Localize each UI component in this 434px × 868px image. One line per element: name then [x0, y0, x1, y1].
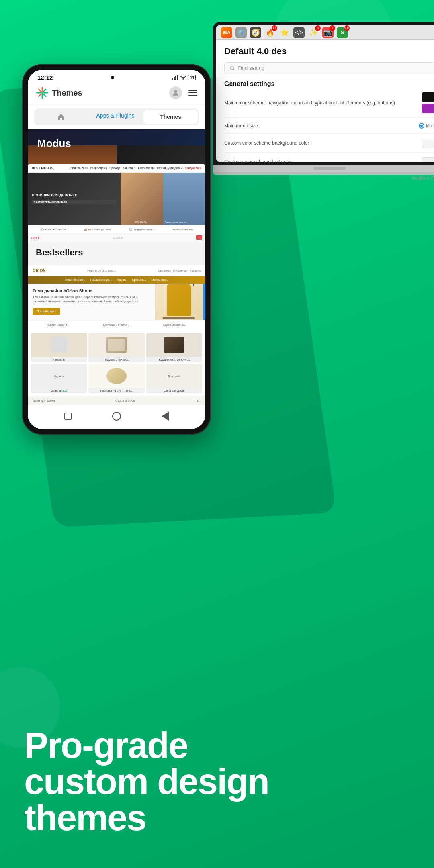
mini-features-bar: 🛒 Свыше 500 товаров 🚚 Бесплатная доставк…	[28, 225, 205, 233]
product-name: Подушки на стул 40×40...	[146, 357, 202, 362]
header-right	[169, 86, 197, 99]
nav-button-back[interactable]	[63, 411, 73, 421]
settings-label-menu-size: Main menu size	[224, 123, 416, 129]
orion-content-text: Тема дизайна «Orion Shop» Тема дизайна «…	[28, 284, 155, 320]
settings-label-color-scheme: Main color scheme: navigation menu and t…	[224, 100, 419, 106]
list-item[interactable]: Подушки на стул 40×40...	[146, 333, 202, 362]
bestsellers-label: Bestsellers	[28, 242, 205, 262]
theme-card-modus: Modus BEST MODUS	[28, 129, 205, 242]
nav-button-home[interactable]	[112, 411, 121, 421]
modus-header-image: Modus BEST MODUS	[28, 129, 205, 242]
menubar-icon-dollar-wrapper: S 431	[337, 27, 348, 38]
menubar-icon-code[interactable]: </>	[293, 27, 305, 38]
settings-row-text-color: Custom color scheme text color	[224, 157, 434, 162]
nav-triangle-icon	[162, 412, 169, 421]
list-item[interactable]: Текстиль	[31, 333, 87, 362]
tab-apps[interactable]: Apps & Plugins	[88, 108, 143, 125]
laptop-menubar: WA ⚙️ 🧭 🔥 11 ⭐ </> ✨ 6 📷 1 S	[216, 25, 434, 40]
svg-rect-4	[175, 76, 176, 80]
laptop-search-bar[interactable]: Find setting	[224, 62, 434, 74]
list-item[interactable]: Подушка на стул Trellis...	[88, 364, 144, 393]
settings-row-color-scheme: Main color scheme: navigation menu and t…	[224, 92, 434, 118]
orion-footer-discounts: Скидки и акции ▸	[47, 323, 70, 327]
hamburger-menu[interactable]	[188, 90, 197, 96]
orion-cta-button[interactable]: Попробовать	[33, 308, 60, 315]
status-time: 12:12	[37, 74, 53, 81]
color-swatch-black[interactable]	[422, 92, 434, 102]
menubar-icon-sparkle-wrapper: ✨ 6	[308, 27, 319, 38]
orion-title: Тема дизайна «Orion Shop»	[33, 288, 150, 293]
mini-hero-right: ДЛЯ МАЛЬ... Демонстрация одежды с...	[121, 173, 205, 225]
mini-nav-items: Новинки 2020 Распродажа Одежда Кашемир А…	[69, 167, 201, 170]
product-name: Подушка на стул Trellis...	[88, 388, 144, 393]
list-item[interactable]: Подушки 140×200...	[88, 333, 144, 362]
svg-line-12	[43, 94, 46, 96]
product-name: Дача для дома	[146, 388, 202, 393]
headline-line2: custom design	[24, 764, 269, 800]
mini-hero-text: НОВИНКИ ДЛЯ ДЕВОЧЕК	[32, 193, 117, 198]
laptop-screen-wrapper: WA ⚙️ 🧭 🔥 11 ⭐ </> ✨ 6 📷 1 S	[213, 22, 434, 165]
orion-nav: ORION Найти со 5 слова... Сравнить Избра…	[28, 265, 205, 276]
app-name: Themes	[52, 88, 82, 98]
dollar-badge: 431	[344, 25, 350, 31]
svg-line-11	[39, 89, 41, 92]
svg-point-0	[230, 66, 234, 69]
phone-bottom-bar	[28, 405, 205, 429]
orion-logo: ORION	[33, 268, 46, 273]
settings-row-bg-color: Custom color scheme background color	[224, 139, 434, 153]
status-icons: 44	[172, 75, 196, 80]
phone-content: Modus BEST MODUS	[28, 129, 205, 405]
orion-description: Тема дизайна «Orion Shop» для Shoptter п…	[33, 295, 150, 304]
orion-side-bar	[203, 284, 205, 320]
mini-hero-cta: ПОСМОТРЕТЬ КОЛЛЕКЦИЮ	[32, 200, 117, 204]
headline-line1: Pro-grade	[24, 727, 269, 764]
menubar-icon-wa: WA	[221, 27, 232, 38]
settings-label-text-color: Custom color scheme text color	[224, 159, 419, 162]
phone-statusbar: 12:12	[28, 70, 205, 83]
radio-selected[interactable]	[419, 123, 424, 129]
product-name: Текстиль	[31, 357, 87, 362]
menubar-icon-compass[interactable]: 🧭	[250, 27, 261, 38]
menubar-icon-fire-wrapper: 🔥 11	[264, 27, 276, 38]
avatar[interactable]	[169, 86, 182, 99]
svg-rect-2	[172, 78, 173, 80]
status-camera	[111, 76, 114, 79]
laptop-title: Default 4.0 des	[224, 46, 434, 57]
orion-footer-address: Адрес магазина ▸	[163, 323, 186, 327]
laptop-bottom	[213, 172, 434, 175]
color-swatch-light2[interactable]	[422, 157, 434, 162]
list-item[interactable]: Одеяла Одеяла NEW	[31, 364, 87, 393]
svg-rect-3	[174, 77, 175, 80]
svg-point-15	[174, 90, 177, 93]
menubar-icon-star[interactable]: ⭐	[279, 27, 290, 38]
product-more-row: Дачи для дома Сад и огород П...	[28, 396, 205, 405]
mini-hero-left: НОВИНКИ ДЛЯ ДЕВОЧЕК ПОСМОТРЕТЬ КОЛЛЕКЦИЮ	[28, 173, 121, 225]
tab-themes[interactable]: Themes	[143, 110, 198, 124]
camera-badge: 1	[330, 25, 335, 31]
svg-line-13	[43, 89, 46, 92]
modus-title: Modus	[37, 137, 71, 150]
phone-body: 12:12	[22, 64, 211, 435]
app-logo: Themes	[36, 86, 82, 99]
nav-button-recents[interactable]	[160, 411, 170, 421]
color-swatch-light[interactable]	[422, 139, 434, 148]
macbook-label: MacBook Pro	[213, 176, 434, 180]
nav-circle-icon	[112, 412, 121, 421]
mini-nav: BEST MODUS Новинки 2020 Распродажа Одежд…	[28, 164, 205, 173]
svg-line-1	[233, 69, 235, 70]
laptop-container: WA ⚙️ 🧭 🔥 11 ⭐ </> ✨ 6 📷 1 S	[213, 22, 434, 180]
laptop-screen: WA ⚙️ 🧭 🔥 11 ⭐ </> ✨ 6 📷 1 S	[216, 25, 434, 162]
orion-furniture-image	[155, 284, 203, 320]
settings-row-menu-size: Main menu size Main	[224, 123, 434, 134]
color-swatch-purple[interactable]	[422, 104, 434, 113]
product-name: Одеяла NEW	[31, 388, 87, 393]
menubar-icon-gear[interactable]: ⚙️	[235, 27, 247, 38]
fire-badge: 11	[272, 25, 277, 31]
phone-tabs: Apps & Plugins Themes	[34, 108, 199, 125]
tab-home[interactable]	[34, 108, 88, 125]
sparkle-badge: 6	[315, 25, 321, 31]
orion-nav-actions: Сравнить Избранное Корзина	[158, 269, 201, 272]
phone-app-header: Themes	[28, 83, 205, 104]
app-logo-icon	[36, 86, 49, 99]
list-item[interactable]: Для дома Дача для дома	[146, 364, 202, 393]
